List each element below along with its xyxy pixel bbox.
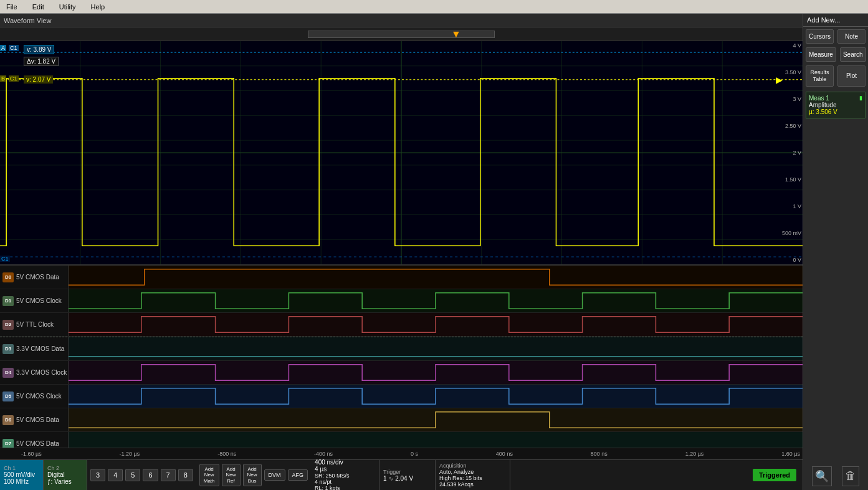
x-label-8: 1.60 µs [781, 451, 800, 457]
status-bar: Ch 1 500 mV/div 100 MHz Ch 2 Digital ƒ: … [0, 459, 803, 490]
y-label-0v: 0 V [782, 257, 801, 263]
x-axis-labels: -1.60 µs -1.20 µs -800 ns -400 ns 0 s 40… [19, 451, 803, 457]
trigger-ch: 1 ∿ 2.04 V [383, 475, 431, 482]
dig-waveform-d4[interactable] [69, 361, 803, 384]
x-label-1: -1.20 µs [120, 451, 140, 457]
x-label-4: 0 s [411, 451, 418, 457]
c1-zero-label: C1 [0, 256, 10, 262]
y-label-150mv: 1.50 V [782, 176, 801, 183]
y-label-500mv: 500 mV [782, 230, 801, 236]
ch1-status[interactable]: Ch 1 500 mV/div 100 MHz [0, 460, 44, 490]
dig-waveform-d1[interactable] [69, 289, 803, 312]
ch2-label: Ch 2 [47, 465, 83, 471]
menu-bar: File Edit Utility Help [0, 0, 868, 14]
trash-icon[interactable]: 🗑 [842, 466, 859, 486]
dig-label-d7: D7 5V CMOS Data [0, 432, 69, 448]
acquisition-value3: 24.539 kAcqs [439, 481, 506, 488]
num-btn-5[interactable]: 5 [125, 469, 140, 481]
trigger-label: Trigger [383, 469, 431, 475]
dig-label-d3: D3 3.3V CMOS Data [0, 337, 69, 360]
dig-waveform-d5[interactable] [69, 385, 803, 408]
acquisition-status[interactable]: Acquisition Auto, Analyze High Res: 15 b… [436, 460, 510, 490]
y-label-350mv: 3.50 V [782, 69, 801, 75]
main-container: Waveform View ▼ [0, 14, 868, 490]
digital-area: D0 5V CMOS Data D1 5V CMOS Clock [0, 266, 803, 448]
zoom-icon[interactable]: 🔍 [812, 466, 832, 486]
rp-icon-row: 🔍 🗑 [803, 463, 868, 490]
delta-v-label: Δv: 1.82 V [24, 57, 59, 66]
horizontal-nspdiv: 400 ns/div [315, 459, 375, 466]
add-new-math-btn[interactable]: AddNewMath [199, 464, 219, 487]
add-new-ref-btn[interactable]: AddNewRef [222, 464, 241, 487]
meas-title: Meas 1 ▮ [809, 95, 862, 102]
search-button[interactable]: Search [840, 47, 866, 62]
menu-file[interactable]: File [2, 2, 21, 12]
cursors-button[interactable]: Cursors [806, 29, 834, 44]
timeline-bar[interactable]: ▼ [0, 27, 803, 41]
triggered-button[interactable]: Triggered [753, 469, 796, 481]
ch1-value2: 100 MHz [4, 478, 39, 485]
waveform-header: Waveform View [0, 14, 803, 27]
digital-row-d2: D2 5V TTL Clock [0, 313, 803, 337]
channel-a-badge: A [0, 45, 6, 51]
x-label-0: -1.60 µs [21, 451, 42, 457]
dig-waveform-d2[interactable] [69, 313, 803, 336]
dig-waveform-d6[interactable] [69, 408, 803, 431]
num-btn-3[interactable]: 3 [90, 469, 105, 481]
trigger-marker: ▼ [451, 27, 461, 41]
plot-button[interactable]: Plot [837, 65, 866, 87]
acquisition-value1: Auto, Analyze [439, 469, 506, 475]
menu-help[interactable]: Help [87, 2, 109, 12]
dig-badge-d4: D4 [2, 368, 14, 378]
dig-name-d1: 5V CMOS Clock [16, 297, 62, 304]
horizontal-rl: RL: 1 kpts [315, 485, 375, 490]
horizontal-sr: SR: 250 MS/s [315, 473, 375, 479]
num-btn-7[interactable]: 7 [161, 469, 176, 481]
x-label-7: 1.20 µs [685, 451, 704, 457]
y-label-3v: 3 V [782, 96, 801, 102]
y-label-250mv: 2.50 V [782, 123, 801, 129]
dig-name-d5: 5V CMOS Clock [16, 393, 62, 400]
action-buttons-section: AddNewMath AddNewRef AddNewBus DVM AFG [196, 460, 311, 490]
dvm-btn[interactable]: DVM [264, 469, 285, 481]
num-btn-8[interactable]: 8 [178, 469, 193, 481]
dig-waveform-d3[interactable] [69, 337, 803, 360]
digital-row-d4: D4 3.3V CMOS Clock [0, 361, 803, 385]
acquisition-value2: High Res: 15 bits [439, 475, 506, 481]
menu-utility[interactable]: Utility [55, 2, 80, 12]
cursor-arrow-right: ▶ [776, 75, 783, 85]
dig-label-d5: D5 5V CMOS Clock [0, 385, 69, 408]
dig-waveform-d0[interactable] [69, 266, 803, 289]
dig-waveform-d7[interactable] [69, 432, 803, 448]
x-label-6: 800 ns [591, 451, 608, 457]
add-new-bus-btn[interactable]: AddNewBus [243, 464, 262, 487]
dig-name-d7: 5V CMOS Data [16, 440, 59, 447]
dig-label-d4: D4 3.3V CMOS Clock [0, 361, 69, 384]
ch1-value1: 500 mV/div [4, 471, 39, 478]
horizontal-4us: 4 µs [315, 466, 375, 473]
y-label-1v: 1 V [782, 203, 801, 209]
dig-label-d6: D6 5V CMOS Data [0, 408, 69, 431]
ch2-value2: ƒ: Varies [47, 478, 83, 485]
menu-edit[interactable]: Edit [29, 2, 48, 12]
svg-rect-29 [69, 432, 803, 448]
results-table-button[interactable]: ResultsTable [806, 65, 834, 87]
channel-a-c1: C1 [9, 45, 19, 51]
horizontal-status[interactable]: Horizontal 400 ns/div 4 µs SR: 250 MS/s … [311, 460, 379, 490]
measure-button[interactable]: Measure [806, 47, 836, 62]
add-new-header: Add New... [803, 14, 868, 27]
trigger-status[interactable]: Trigger 1 ∿ 2.04 V [379, 460, 436, 490]
note-button[interactable]: Note [837, 29, 866, 44]
grid-canvas [0, 41, 803, 264]
afg-btn[interactable]: AFG [288, 469, 308, 481]
num-btn-4[interactable]: 4 [108, 469, 123, 481]
cursor-b-label: v: 2.07 V [24, 75, 53, 84]
dig-label-d0: D0 5V CMOS Data [0, 266, 69, 289]
digital-row-d6: D6 5V CMOS Data [0, 408, 803, 432]
horizontal-pt: 4 ns/pt [315, 479, 375, 485]
timeline-indicator [308, 31, 495, 38]
y-axis-labels: 4 V 3.50 V 3 V 2.50 V 2 V 1.50 V 1 V 500… [782, 41, 801, 264]
analog-waveform-area[interactable]: v: 3.89 V Δv: 1.82 V v: 2.07 V A C1 B C1… [0, 41, 803, 266]
ch2-status[interactable]: Ch 2 Digital ƒ: Varies [44, 460, 87, 490]
num-btn-6[interactable]: 6 [143, 469, 158, 481]
